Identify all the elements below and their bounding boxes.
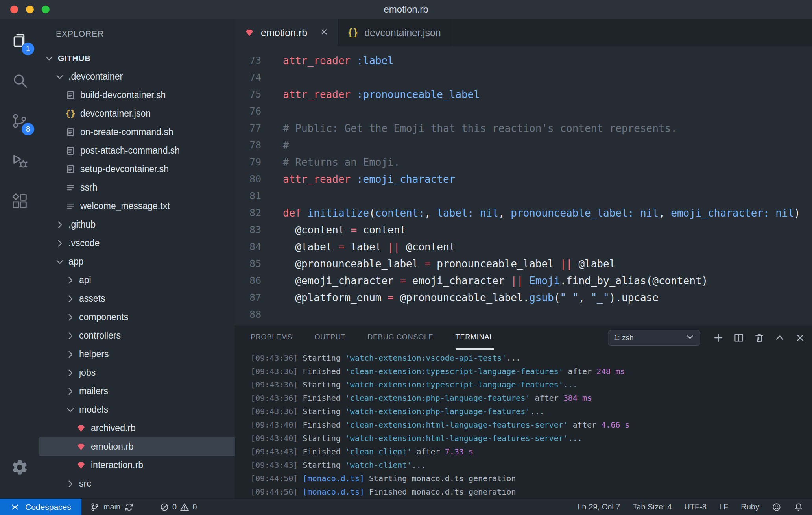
tree-folder-.github[interactable]: .github: [39, 215, 235, 234]
code-line-78[interactable]: 78#: [235, 137, 812, 154]
panel-tab-output[interactable]: OUTPUT: [314, 326, 345, 350]
panel-tab-terminal[interactable]: TERMINAL: [456, 326, 494, 350]
new-terminal-button[interactable]: [713, 332, 724, 343]
sidebar-title: EXPLORER: [39, 19, 235, 49]
code-line-84[interactable]: 84 @label = label || @content: [235, 238, 812, 255]
code-line-73[interactable]: 73attr_reader :label: [235, 52, 812, 69]
maximize-panel-button[interactable]: [774, 332, 785, 343]
status-encoding[interactable]: UTF-8: [684, 502, 707, 511]
activity-item-extensions[interactable]: [0, 182, 39, 222]
terminal-line: [09:44:50] [monaco.d.ts] Starting monaco…: [251, 472, 812, 485]
code-line-77[interactable]: 77# Public: Get the Emoji that this reac…: [235, 120, 812, 137]
editor-tab-emotion.rb[interactable]: emotion.rb: [235, 19, 338, 46]
tree-file-setup-devcontainer.sh[interactable]: setup-devcontainer.sh: [39, 160, 235, 178]
minimize-window-button[interactable]: [26, 6, 34, 13]
terminal-shell-label: 1: zsh: [614, 333, 634, 342]
tree-file-build-devcontainer.sh[interactable]: build-devcontainer.sh: [39, 86, 235, 104]
status-eol[interactable]: LF: [719, 502, 728, 511]
line-number: 83: [235, 224, 261, 235]
tree-folder-src[interactable]: src: [39, 474, 235, 493]
notifications-bell-icon[interactable]: [794, 502, 803, 512]
panel-tabs: PROBLEMSOUTPUTDEBUG CONSOLETERMINAL: [251, 326, 494, 350]
code-line-79[interactable]: 79# Returns an Emoji.: [235, 154, 812, 170]
code-line-74[interactable]: 74: [235, 69, 812, 86]
tree-file-post-attach-command.sh[interactable]: post-attach-command.sh: [39, 141, 235, 160]
tree-file-devcontainer.json[interactable]: {}devcontainer.json: [39, 104, 235, 123]
tree-file-interaction.rb[interactable]: interaction.rb: [39, 456, 235, 474]
code-line-83[interactable]: 83 @content = content: [235, 221, 812, 238]
terminal-line: [09:43:36] Starting 'watch-extension:vsc…: [251, 351, 812, 365]
tree-folder-components[interactable]: components: [39, 308, 235, 326]
tree-folder-GITHUB[interactable]: GITHUB: [39, 49, 235, 67]
terminal-line: [09:43:36] Starting 'watch-extension:php…: [251, 405, 812, 418]
close-panel-button[interactable]: [795, 332, 806, 343]
activity-item-search[interactable]: [0, 61, 39, 102]
code-line-76[interactable]: 76: [235, 103, 812, 120]
line-number: 86: [235, 275, 261, 286]
tab-bar-empty-space: [451, 19, 812, 46]
code-text: @label = label || @content: [283, 241, 455, 253]
tree-file-archived.rb[interactable]: archived.rb: [39, 419, 235, 437]
status-bar-right: Ln 29, Col 7Tab Size: 4UTF-8LFRuby: [578, 502, 812, 512]
status-language-mode[interactable]: Ruby: [741, 502, 759, 511]
code-line-80[interactable]: 80attr_reader :emoji_character: [235, 170, 812, 187]
close-window-button[interactable]: [10, 6, 18, 13]
tree-file-welcome_message.txt[interactable]: welcome_message.txt: [39, 197, 235, 215]
chevron-right-icon: [65, 331, 76, 341]
fullscreen-window-button[interactable]: [42, 6, 50, 13]
code-line-86[interactable]: 86 @emoji_character = emoji_character ||…: [235, 272, 812, 289]
tree-folder-app[interactable]: app: [39, 252, 235, 271]
ruby-file-icon: [76, 442, 86, 452]
titlebar: emotion.rb: [0, 0, 812, 19]
code-text: # Returns an Emoji.: [283, 156, 400, 168]
tree-folder-assets[interactable]: assets: [39, 289, 235, 308]
line-number: 78: [235, 139, 261, 151]
chevron-down-icon: [44, 53, 54, 63]
chevron-down-icon: [686, 333, 694, 343]
tree-folder-.vscode[interactable]: .vscode: [39, 234, 235, 252]
branch-indicator[interactable]: main: [90, 502, 134, 512]
traffic-lights: [0, 6, 50, 13]
tree-item-label: api: [79, 275, 91, 285]
chevron-right-icon: [65, 479, 76, 489]
status-cursor-position[interactable]: Ln 29, Col 7: [578, 502, 620, 511]
code-line-82[interactable]: 82def initialize(content:, label: nil, p…: [235, 204, 812, 221]
panel-tab-problems[interactable]: PROBLEMS: [251, 326, 292, 350]
terminal-output[interactable]: [09:43:36] Starting 'watch-extension:vsc…: [235, 350, 812, 498]
errors-count: 0: [172, 502, 177, 511]
code-line-81[interactable]: 81: [235, 187, 812, 204]
status-indentation[interactable]: Tab Size: 4: [633, 502, 672, 511]
split-terminal-button[interactable]: [733, 332, 744, 343]
code-line-75[interactable]: 75attr_reader :pronounceable_label: [235, 86, 812, 103]
activity-item-explorer[interactable]: 1: [0, 21, 39, 61]
ruby-file-icon: [76, 460, 86, 471]
gear-icon: [11, 458, 29, 478]
code-line-85[interactable]: 85 @pronounceable_label = pronounceable_…: [235, 255, 812, 272]
tree-file-emotion.rb[interactable]: emotion.rb: [39, 437, 235, 456]
tree-folder-models[interactable]: models: [39, 400, 235, 419]
activity-item-run-debug[interactable]: [0, 142, 39, 182]
editor-tab-devcontainer.json[interactable]: {}devcontainer.json: [338, 19, 451, 46]
code-editor[interactable]: 73attr_reader :label7475attr_reader :pro…: [235, 46, 812, 326]
tree-folder-api[interactable]: api: [39, 271, 235, 289]
tree-folder-helpers[interactable]: helpers: [39, 345, 235, 363]
code-line-88[interactable]: 88: [235, 306, 812, 323]
code-line-87[interactable]: 87 @platform_enum = @pronounceable_label…: [235, 289, 812, 306]
tree-folder-.devcontainer[interactable]: .devcontainer: [39, 67, 235, 86]
problems-indicator[interactable]: 0 0: [160, 502, 197, 512]
terminal-shell-select[interactable]: 1: zsh: [608, 330, 700, 346]
tree-item-label: post-attach-command.sh: [80, 145, 180, 156]
tree-folder-mailers[interactable]: mailers: [39, 382, 235, 400]
close-tab-button[interactable]: [320, 27, 328, 39]
tree-folder-controllers[interactable]: controllers: [39, 326, 235, 345]
remote-indicator[interactable]: Codespaces: [0, 499, 81, 515]
branch-label: main: [103, 502, 120, 511]
activity-item-source-control[interactable]: 8: [0, 102, 39, 142]
kill-terminal-button[interactable]: [754, 332, 765, 343]
tree-file-on-create-command.sh[interactable]: on-create-command.sh: [39, 123, 235, 141]
panel-tab-debug-console[interactable]: DEBUG CONSOLE: [367, 326, 433, 350]
activity-item-settings[interactable]: [0, 448, 39, 488]
feedback-smiley-icon[interactable]: [772, 502, 781, 512]
tree-folder-jobs[interactable]: jobs: [39, 363, 235, 382]
tree-file-ssrh[interactable]: ssrh: [39, 178, 235, 197]
